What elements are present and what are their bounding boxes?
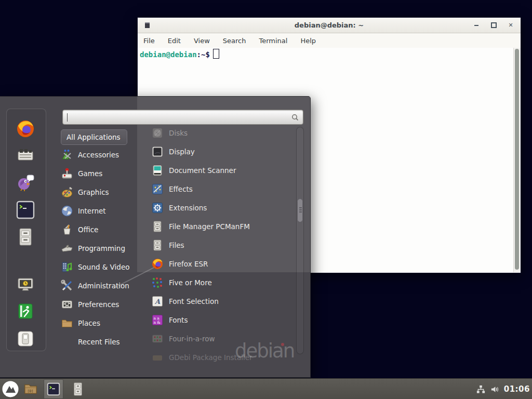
category-administration[interactable]: Administration — [61, 276, 147, 295]
screensaver-lock-icon — [16, 274, 35, 294]
app-file-manager-pcmanfm[interactable]: File Manager PCManFM — [147, 217, 296, 236]
category-label: Programming — [78, 244, 125, 252]
category-office[interactable]: Office — [61, 220, 147, 239]
file-manager-icon — [151, 220, 164, 233]
taskbar-files-button[interactable] — [68, 379, 88, 399]
category-preferences[interactable]: Preferences — [61, 295, 147, 314]
folder-icon: [D] — [23, 382, 38, 396]
category-all-applications[interactable]: All Applications — [61, 129, 127, 145]
category-label: Internet — [78, 207, 106, 215]
file-cabinet-icon — [16, 227, 35, 247]
programming-icon — [61, 242, 73, 255]
volume-icon[interactable] — [490, 384, 500, 394]
menu-file[interactable]: File — [143, 37, 155, 45]
menu-help[interactable]: Help — [300, 37, 316, 45]
favorite-terminal-button[interactable] — [16, 200, 35, 220]
category-accessories[interactable]: Accessories — [61, 145, 147, 164]
app-files[interactable]: Files — [147, 236, 296, 255]
svg-text:A: A — [154, 298, 161, 305]
app-font-selection[interactable]: A Font Selection — [147, 292, 296, 311]
application-list: Disks Display Document Scanner — [147, 124, 296, 368]
category-list: Accessories Games Graphics — [61, 145, 147, 351]
category-label: Accessories — [78, 151, 119, 159]
maximize-button[interactable] — [487, 18, 500, 33]
font-selection-icon: A — [151, 295, 164, 308]
app-fonts[interactable]: a a a & Fonts — [147, 311, 296, 329]
terminal-scrollbar[interactable] — [513, 48, 521, 272]
app-display[interactable]: Display — [147, 142, 296, 161]
menu-scrollbar-thumb[interactable] — [297, 198, 303, 222]
app-label: Document Scanner — [169, 166, 236, 175]
lock-screen-button[interactable] — [16, 274, 35, 294]
category-graphics[interactable]: Graphics — [61, 183, 147, 202]
taskbar-terminal-button[interactable] — [44, 379, 63, 399]
app-effects[interactable]: Effects — [147, 180, 296, 198]
category-label: Preferences — [78, 300, 119, 309]
terminal-titlebar[interactable]: debian@debian: ~ ✕ — [138, 18, 521, 33]
app-disks[interactable]: Disks — [147, 124, 296, 142]
close-button[interactable]: ✕ — [504, 18, 517, 33]
favorite-firefox-button[interactable] — [16, 119, 35, 139]
category-recent-files[interactable]: Recent Files — [61, 332, 147, 351]
app-label: Disks — [169, 129, 188, 137]
svg-text:a &: a & — [154, 320, 161, 325]
app-label: Effects — [169, 185, 193, 193]
app-firefox-esr[interactable]: Firefox ESR — [147, 255, 296, 273]
system-tray: 01:06 — [476, 379, 530, 399]
files-icon — [151, 239, 164, 251]
graphics-icon — [61, 186, 73, 198]
prompt-symbol: :~$ — [197, 50, 210, 59]
network-icon[interactable] — [476, 384, 486, 394]
logout-button[interactable] — [16, 301, 35, 321]
sound-video-icon — [61, 261, 73, 273]
category-programming[interactable]: Programming — [61, 239, 147, 258]
category-label: Sound & Video — [78, 263, 129, 271]
four-in-a-row-icon — [151, 332, 164, 345]
menu-view[interactable]: View — [194, 37, 210, 45]
terminal-icon — [46, 382, 61, 396]
menu-search-input[interactable] — [66, 112, 286, 124]
menu-terminal[interactable]: Terminal — [259, 37, 287, 45]
menu-edit[interactable]: Edit — [168, 37, 181, 45]
five-or-more-icon — [151, 276, 164, 289]
category-internet[interactable]: Internet — [61, 202, 147, 220]
app-label: Five or More — [169, 278, 212, 287]
menu-search[interactable]: Search — [223, 37, 246, 45]
favorite-pidgin-button[interactable] — [16, 172, 35, 192]
category-games[interactable]: Games — [61, 164, 147, 183]
app-label: Extensions — [169, 204, 207, 212]
app-label: GDebi Package Installer — [169, 353, 252, 362]
shutdown-button[interactable] — [16, 329, 35, 349]
games-icon — [61, 167, 73, 180]
app-document-scanner[interactable]: Document Scanner — [147, 161, 296, 180]
terminal-cursor — [213, 49, 219, 59]
favorite-settings-button[interactable] — [16, 145, 35, 165]
minimize-button[interactable] — [470, 18, 483, 33]
places-icon — [61, 317, 73, 329]
taskbar-file-manager-button[interactable]: [D] — [21, 379, 41, 399]
menu-button[interactable] — [2, 380, 19, 398]
favorite-files-button[interactable] — [16, 227, 35, 247]
app-label: Fonts — [169, 316, 188, 324]
app-five-or-more[interactable]: Five or More — [147, 273, 296, 292]
app-gdebi-package-installer[interactable]: GDebi Package Installer — [147, 348, 296, 367]
terminal-menubar: File Edit View Search Terminal Help — [138, 33, 521, 48]
prompt-user: debian@debian — [140, 50, 197, 59]
category-sound-video[interactable]: Sound & Video — [61, 258, 147, 276]
category-label: Recent Files — [78, 338, 120, 346]
app-label: Firefox ESR — [169, 260, 208, 268]
terminal-scrollbar-thumb[interactable] — [515, 49, 519, 270]
pidgin-icon — [16, 172, 35, 192]
clock[interactable]: 01:06 — [504, 384, 530, 394]
app-four-in-a-row[interactable]: Four-in-a-row — [147, 329, 296, 348]
file-cabinet-icon — [71, 382, 85, 396]
menu-scrollbar[interactable] — [296, 127, 304, 354]
category-label: Graphics — [78, 188, 109, 196]
search-icon — [291, 113, 299, 122]
document-scanner-icon — [151, 164, 164, 177]
close-icon: ✕ — [508, 22, 513, 28]
office-icon — [61, 223, 73, 236]
category-places[interactable]: Places — [61, 314, 147, 332]
app-extensions[interactable]: Extensions — [147, 198, 296, 217]
internet-icon — [61, 205, 73, 217]
